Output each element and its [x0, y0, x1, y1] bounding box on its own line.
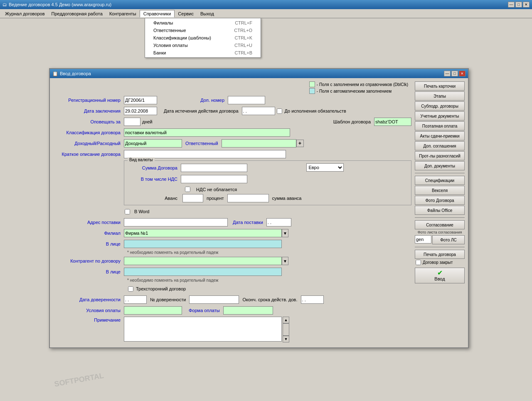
- filial-arrow-btn[interactable]: ▼: [282, 229, 288, 237]
- troh-row: Трехсторонний договор: [53, 284, 411, 293]
- currency-legend-title: Вид валюты: [128, 157, 155, 162]
- dropdown-klassi[interactable]: Классификации (шаблоны) CTRL+K: [145, 34, 261, 42]
- dialog-title-bar: 📋 Ввод договора — □ ✕: [50, 69, 468, 78]
- reg-num-input[interactable]: [124, 96, 157, 104]
- dialog-close[interactable]: ✕: [459, 71, 466, 76]
- gen-input[interactable]: [415, 235, 431, 244]
- legend-teal-row: - Поля с автоматическим заполнением: [309, 88, 408, 94]
- proto-razn-button[interactable]: Прот-лы разногласий: [415, 151, 465, 160]
- otvet-input[interactable]: [222, 139, 296, 148]
- kontragent-input[interactable]: [124, 257, 282, 265]
- otvet-add-button[interactable]: +: [296, 140, 304, 147]
- income-input[interactable]: [124, 139, 182, 148]
- forma-input[interactable]: [223, 306, 273, 315]
- poetap-button[interactable]: Поэтапная оплата: [415, 121, 465, 130]
- troh-checkbox[interactable]: [128, 286, 133, 292]
- minimize-button[interactable]: —: [508, 2, 515, 7]
- maximize-button[interactable]: □: [515, 2, 522, 7]
- sum-avans-label: сумма аванса: [272, 196, 302, 201]
- avans-label: Аванс: [127, 196, 181, 201]
- spec-button[interactable]: Спецификации: [415, 176, 465, 185]
- avans-procent-input[interactable]: [182, 194, 203, 202]
- menu-spravochniki[interactable]: Справочники: [140, 10, 175, 17]
- adres-row: Адрес поставки Дата поставки: [53, 218, 411, 227]
- menu-predogovor[interactable]: Преддоговорная работа: [48, 10, 106, 17]
- vlice2-row: В лице: [53, 267, 411, 276]
- klassi-row: Классификация договора: [53, 128, 411, 137]
- num-do-label: № доверенности: [150, 297, 186, 302]
- menu-kontragenty[interactable]: Контрагенты: [106, 10, 140, 17]
- files-office-button[interactable]: Файлы Office: [415, 206, 465, 215]
- dog-zakryt-row: Договор закрыт: [415, 260, 465, 265]
- print-card-button[interactable]: Печать карточки: [415, 81, 465, 91]
- etapy-button[interactable]: Этапы: [415, 91, 465, 101]
- uchet-docs-button[interactable]: Учетные документы: [415, 111, 465, 121]
- klassi-label: Классификация договора: [53, 130, 124, 135]
- prim-textarea[interactable]: [124, 317, 282, 342]
- soglasovanie-button[interactable]: Согласование: [415, 220, 465, 229]
- date-row: Дата заключения Дата истечения действия …: [53, 106, 411, 116]
- dropdown-filialy[interactable]: Филиалы CTRL+F: [145, 19, 261, 27]
- word-btn-area: В Word: [124, 209, 151, 214]
- foto-list-sogl-label: Фото листа согласования: [415, 230, 465, 234]
- kontragent-arrow-btn[interactable]: ▼: [282, 257, 288, 265]
- date-input[interactable]: [124, 107, 157, 115]
- foto-dog-button[interactable]: Фото Договора: [415, 196, 465, 205]
- vlice2-label: В лице: [53, 269, 124, 274]
- num-do-input[interactable]: [189, 295, 239, 304]
- income-row: Доходный/Расходный Ответственный +: [53, 139, 411, 148]
- opovest-input[interactable]: [124, 118, 140, 126]
- sum-input[interactable]: [181, 164, 247, 172]
- desc-input[interactable]: [124, 150, 286, 158]
- data-do-label: Дата доверенности: [53, 297, 124, 302]
- vlice2-input[interactable]: [124, 268, 282, 276]
- okonch-input[interactable]: [301, 295, 324, 304]
- template-input[interactable]: [374, 118, 411, 126]
- dropdown-banki[interactable]: Банки CTRL+B: [145, 49, 261, 57]
- prim-label: Примечание: [53, 317, 124, 322]
- dop-sogl-button[interactable]: Доп. соглашения: [415, 141, 465, 150]
- dropdown-otvet[interactable]: Ответственные CTRL+O: [145, 27, 261, 34]
- date-end-input[interactable]: [242, 107, 275, 115]
- currency-select[interactable]: Евро USD RUB: [306, 163, 344, 172]
- uslov-input[interactable]: [124, 306, 182, 315]
- akty-button[interactable]: Акты сдачи-приемки: [415, 131, 465, 140]
- nds-checkbox[interactable]: [185, 187, 190, 192]
- subdogovory-button[interactable]: Субподр. договоры: [415, 101, 465, 111]
- do-ispolneniya-checkbox[interactable]: [277, 108, 282, 114]
- menu-servis[interactable]: Сервис: [175, 10, 197, 17]
- adres-label: Адрес поставки: [53, 220, 124, 225]
- nds-sum-input[interactable]: [181, 175, 247, 183]
- prim-scroll-down[interactable]: ▼: [283, 336, 289, 342]
- dop-num-input[interactable]: [228, 96, 265, 104]
- dialog-minimize[interactable]: —: [444, 71, 451, 76]
- kontragent-label: Контрагент по договору: [53, 258, 124, 263]
- close-button[interactable]: ✕: [523, 2, 530, 7]
- dropdown-uslov[interactable]: Условия оплаты CTRL+U: [145, 42, 261, 49]
- legend-green-text: - Поля с заполнением из справочников (Db…: [317, 82, 408, 87]
- legend-green-row: - Поля с заполнением из справочников (Db…: [309, 81, 408, 87]
- menu-journal[interactable]: Журнал договоров: [2, 10, 48, 17]
- dop-docs-button[interactable]: Доп. документы: [415, 161, 465, 170]
- print-dog-button[interactable]: Печать договора: [415, 250, 465, 259]
- veksela-button[interactable]: Векселя: [415, 186, 465, 195]
- app-background: 📋 Ввод договора — □ ✕ - Поля с за: [0, 18, 532, 401]
- dog-zakryt-label: Договор закрыт: [423, 260, 453, 265]
- dialog-maximize[interactable]: □: [451, 71, 458, 76]
- menu-vyhod[interactable]: Выход: [197, 10, 217, 17]
- data-do-input[interactable]: [124, 295, 147, 304]
- vlice-input[interactable]: [124, 240, 282, 248]
- klassi-input[interactable]: [124, 128, 290, 137]
- word-checkbox[interactable]: [125, 209, 130, 214]
- foto-ls-button[interactable]: Фото ЛС: [432, 235, 465, 244]
- data-postavki-input[interactable]: [266, 218, 291, 226]
- advance-row: Аванс процент сумма аванса: [127, 194, 303, 202]
- vlice-note: * необходимо поменять на родительный пад…: [127, 250, 411, 255]
- dog-zakryt-checkbox[interactable]: [416, 260, 421, 265]
- sum-avans-input[interactable]: [227, 194, 269, 202]
- prim-scroll-up[interactable]: ▲: [283, 317, 289, 323]
- adres-input[interactable]: [124, 218, 228, 226]
- vvod-button[interactable]: ✔ Ввод: [415, 268, 465, 283]
- filial-input[interactable]: [124, 229, 282, 237]
- currency-section: Вид валюты Сумма Договора В том числе НД…: [124, 160, 411, 205]
